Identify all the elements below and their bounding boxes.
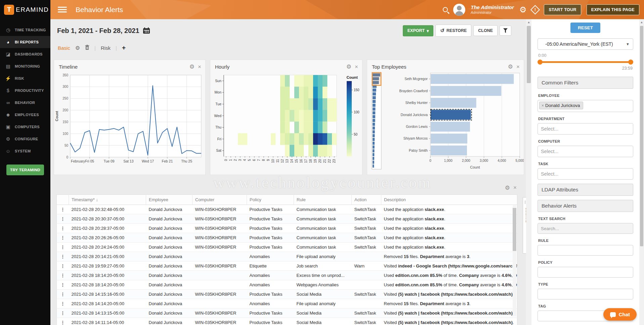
cell-computer[interactable]: WIN-035KHOR8PER [192,261,247,271]
sidebar-item-system[interactable]: ☺SYSTEM [0,145,50,157]
sidebar-item-risk[interactable]: ⚡RISK [0,72,50,84]
table-row[interactable]: ⋮2021-02-28 14:13:15-05:00Donald Juricko… [57,309,517,318]
task-select[interactable]: Select... [538,168,633,180]
teramind-logo[interactable]: T ERAMIND [0,0,50,19]
cell-employee[interactable]: Donald Jurickova [146,271,192,280]
sidebar-item-configure[interactable]: ⚙CONFIGURE [0,133,50,145]
row-menu-icon[interactable]: ⋮ [57,299,69,309]
slider-handle-end[interactable] [628,60,633,65]
cell-computer[interactable]: WIN-035KHOR8PER [192,205,247,214]
add-tab-button[interactable]: + [122,44,126,51]
section-common-filters[interactable]: Common Filters [538,77,633,89]
table-row[interactable]: ⋮2021-02-28 20:26:26-05:00Donald Juricko… [57,233,517,243]
employee-field[interactable]: × Donald Jurickova [538,100,633,112]
employee-chip[interactable]: × Donald Jurickova [539,102,583,109]
hourly-close-icon[interactable]: × [355,64,358,70]
cell-computer[interactable] [192,252,247,261]
slider-handle-start[interactable] [538,60,543,65]
sidebar-item-behavior[interactable]: ∞BEHAVIOR [0,97,50,109]
clone-button[interactable]: CLONE [473,25,498,36]
type-input[interactable] [538,289,633,299]
table-scrollbar[interactable] [513,205,516,316]
sidebar-item-dashboards[interactable]: ◪DASHBOARDS [0,48,50,60]
row-menu-icon[interactable]: ⋮ [57,205,69,214]
row-menu-icon[interactable]: ⋮ [57,280,69,290]
cell-computer[interactable]: WIN-035KHOR8PER [192,290,247,299]
row-menu-icon[interactable]: ⋮ [57,261,69,271]
cell-computer[interactable]: WIN-035KHOR8PER [192,318,247,325]
row-menu-icon[interactable]: ⋮ [57,243,69,252]
sidebar-item-computers[interactable]: ▣COMPUTERS [0,121,50,133]
table-row[interactable]: ⋮2021-02-28 20:28:37-05:00Donald Juricko… [57,224,517,233]
timezone-select[interactable]: -05:00 America/New_York (EST)▼ [538,38,633,50]
tab-delete-trash-icon[interactable] [85,45,89,51]
start-tour-button[interactable]: START TOUR [544,4,581,15]
cell-computer[interactable] [192,299,247,309]
table-header-timestamp-[interactable]: Timestamp* ↓ [69,195,146,205]
sidebar-item-employees[interactable]: ☻EMPLOYEES [0,109,50,121]
hamburger-menu-icon[interactable] [58,5,67,14]
rule-input[interactable] [538,245,633,256]
cell-computer[interactable]: WIN-035KHOR8PER [192,233,247,243]
cell-computer[interactable]: WIN-035KHOR8PER [192,243,247,252]
table-row[interactable]: ⋮2021-02-28 20:32:48-05:00Donald Juricko… [57,205,517,214]
section-ldap-attributes[interactable]: LDAP Attributes [538,184,633,196]
tab-risk[interactable]: Risk [101,45,111,51]
cell-employee[interactable]: Donald Jurickova [146,252,192,261]
scroll-up-icon[interactable]: ▲ [639,21,644,24]
explain-page-button[interactable]: EXPLAIN THIS PAGE [587,4,639,15]
hourly-gear-icon[interactable]: ⚙ [346,63,351,70]
sidebar-item-bi-reports[interactable]: ◕BI REPORTS [0,36,50,48]
policy-input[interactable] [538,267,633,278]
cell-employee[interactable]: Donald Jurickova [146,214,192,224]
top-employees-gear-icon[interactable]: ⚙ [508,63,513,70]
cell-computer[interactable]: WIN-035KHOR8PER [192,224,247,233]
date-range-picker[interactable]: Feb 1, 2021 - Feb 28, 2021 [57,27,150,35]
cell-employee[interactable]: Donald Jurickova [146,290,192,299]
row-menu-icon[interactable]: ⋮ [57,290,69,299]
table-row[interactable]: ⋮2021-02-28 18:14:20-05:00Donald Juricko… [57,271,517,280]
settings-gear-icon[interactable]: ⚙ [519,5,527,14]
table-row[interactable]: ⋮2021-02-28 14:15:16-05:00Donald Juricko… [57,290,517,299]
cell-employee[interactable]: Donald Jurickova [146,280,192,290]
row-menu-icon[interactable]: ⋮ [57,309,69,318]
table-gear-icon[interactable]: ⚙ [505,184,510,191]
row-menu-icon[interactable]: ⋮ [57,252,69,261]
reset-button[interactable]: RESET [570,23,600,33]
try-teramind-button[interactable]: TRY TERAMIND [6,165,44,175]
cell-employee[interactable]: Donald Jurickova [146,224,192,233]
filter-panel-scrollbar[interactable]: ▲ [639,19,644,325]
table-row[interactable]: ⋮2021-02-28 20:30:37-05:00Donald Juricko… [57,214,517,224]
cell-employee[interactable]: Donald Jurickova [146,205,192,214]
timeline-gear-icon[interactable]: ⚙ [189,63,195,70]
cell-employee[interactable]: Donald Jurickova [146,261,192,271]
tab-settings-gear-icon[interactable]: ⚙ [75,45,80,51]
row-menu-icon[interactable]: ⋮ [57,271,69,280]
text-search-input[interactable] [538,223,633,234]
row-menu-icon[interactable]: ⋮ [57,224,69,233]
content-scrollbar[interactable]: ▲ [526,19,531,325]
cell-computer[interactable] [192,271,247,280]
cell-computer[interactable] [192,280,247,290]
row-menu-icon[interactable]: ⋮ [57,318,69,325]
table-close-icon[interactable]: × [513,184,517,191]
timeline-close-icon[interactable]: × [198,64,201,70]
table-row[interactable]: ⋮2021-02-28 20:24:24-05:00Donald Juricko… [57,243,517,252]
table-row[interactable]: ⋮2021-02-28 14:14:20-05:00Donald Juricko… [57,299,517,309]
chat-button[interactable]: Chat [603,308,637,321]
sidebar-item-monitoring[interactable]: ▤MONITORING [0,60,50,72]
slider-track[interactable] [540,61,631,63]
section-behavior-alerts[interactable]: Behavior Alerts [538,200,633,212]
cell-computer[interactable]: WIN-035KHOR8PER [192,214,247,224]
search-icon[interactable] [443,7,448,12]
columns-tab[interactable]: |||| Columns [523,197,526,254]
top-employees-close-icon[interactable]: × [516,64,520,70]
table-row[interactable]: ⋮2021-02-28 20:14:21-05:00Donald Juricko… [57,252,517,261]
cell-employee[interactable]: Donald Jurickova [146,309,192,318]
chip-remove-icon[interactable]: × [542,103,544,108]
table-row[interactable]: ⋮2021-02-28 19:59:27-05:00Donald Juricko… [57,261,517,271]
sidebar-item-time-tracking[interactable]: ◷TIME TRACKING [0,24,50,36]
row-menu-icon[interactable]: ⋮ [57,233,69,243]
avatar[interactable] [453,4,465,16]
cell-employee[interactable]: Donald Jurickova [146,318,192,325]
